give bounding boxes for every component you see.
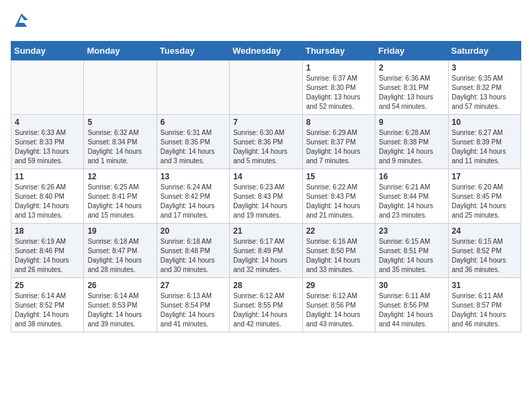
day-number: 31 (452, 281, 517, 290)
day-number: 10 (452, 118, 517, 127)
calendar-cell: 3Sunrise: 6:35 AM Sunset: 8:32 PM Daylig… (448, 60, 521, 115)
day-info: Sunrise: 6:26 AM Sunset: 8:40 PM Dayligh… (15, 183, 80, 220)
day-number: 7 (233, 118, 298, 127)
day-info: Sunrise: 6:19 AM Sunset: 8:46 PM Dayligh… (15, 237, 80, 275)
day-number: 19 (87, 226, 152, 236)
day-info: Sunrise: 6:18 AM Sunset: 8:48 PM Dayligh… (161, 237, 226, 275)
col-header-friday: Friday (375, 42, 448, 60)
calendar-cell (11, 60, 84, 115)
day-number: 5 (87, 118, 152, 127)
logo-icon (12, 11, 31, 30)
calendar-cell (157, 60, 229, 115)
day-number: 4 (15, 118, 80, 127)
day-number: 24 (452, 226, 517, 236)
day-number: 29 (306, 281, 371, 290)
calendar-cell: 23Sunrise: 6:15 AM Sunset: 8:51 PM Dayli… (375, 224, 448, 278)
calendar-cell: 15Sunrise: 6:22 AM Sunset: 8:43 PM Dayli… (302, 169, 375, 224)
calendar-cell: 31Sunrise: 6:11 AM Sunset: 8:57 PM Dayli… (448, 278, 521, 332)
day-info: Sunrise: 6:27 AM Sunset: 8:39 PM Dayligh… (452, 128, 517, 166)
calendar-table: SundayMondayTuesdayWednesdayThursdayFrid… (11, 41, 521, 332)
day-number: 8 (306, 118, 371, 127)
day-info: Sunrise: 6:36 AM Sunset: 8:31 PM Dayligh… (379, 74, 444, 111)
day-info: Sunrise: 6:14 AM Sunset: 8:52 PM Dayligh… (15, 291, 80, 329)
calendar-cell: 29Sunrise: 6:12 AM Sunset: 8:56 PM Dayli… (302, 278, 375, 332)
calendar-week-row: 4Sunrise: 6:33 AM Sunset: 8:33 PM Daylig… (11, 115, 521, 169)
day-number: 20 (161, 226, 226, 236)
day-number: 1 (306, 63, 371, 73)
day-number: 28 (233, 281, 298, 290)
day-number: 25 (15, 281, 80, 290)
day-info: Sunrise: 6:15 AM Sunset: 8:52 PM Dayligh… (452, 237, 517, 275)
calendar-week-row: 11Sunrise: 6:26 AM Sunset: 8:40 PM Dayli… (11, 169, 521, 224)
calendar-week-row: 1Sunrise: 6:37 AM Sunset: 8:30 PM Daylig… (11, 60, 521, 115)
calendar-cell: 28Sunrise: 6:12 AM Sunset: 8:55 PM Dayli… (230, 278, 302, 332)
calendar-cell: 21Sunrise: 6:17 AM Sunset: 8:49 PM Dayli… (230, 224, 302, 278)
day-number: 12 (87, 172, 152, 181)
day-info: Sunrise: 6:15 AM Sunset: 8:51 PM Dayligh… (379, 237, 444, 275)
calendar-cell: 5Sunrise: 6:32 AM Sunset: 8:34 PM Daylig… (84, 115, 157, 169)
calendar-cell: 27Sunrise: 6:13 AM Sunset: 8:54 PM Dayli… (157, 278, 229, 332)
day-info: Sunrise: 6:16 AM Sunset: 8:50 PM Dayligh… (306, 237, 371, 275)
day-info: Sunrise: 6:25 AM Sunset: 8:41 PM Dayligh… (87, 183, 152, 220)
day-info: Sunrise: 6:14 AM Sunset: 8:53 PM Dayligh… (87, 291, 152, 329)
day-number: 13 (161, 172, 226, 181)
day-info: Sunrise: 6:29 AM Sunset: 8:37 PM Dayligh… (306, 128, 371, 166)
day-number: 3 (452, 63, 517, 73)
day-info: Sunrise: 6:33 AM Sunset: 8:33 PM Dayligh… (15, 128, 80, 166)
day-info: Sunrise: 6:13 AM Sunset: 8:54 PM Dayligh… (161, 291, 226, 329)
day-number: 17 (452, 172, 517, 181)
day-info: Sunrise: 6:22 AM Sunset: 8:43 PM Dayligh… (306, 183, 371, 220)
calendar-cell: 2Sunrise: 6:36 AM Sunset: 8:31 PM Daylig… (375, 60, 448, 115)
day-info: Sunrise: 6:12 AM Sunset: 8:55 PM Dayligh… (233, 291, 298, 329)
calendar-cell: 19Sunrise: 6:18 AM Sunset: 8:47 PM Dayli… (84, 224, 157, 278)
day-info: Sunrise: 6:24 AM Sunset: 8:42 PM Dayligh… (161, 183, 226, 220)
day-number: 14 (233, 172, 298, 181)
day-number: 18 (15, 226, 80, 236)
day-number: 2 (379, 63, 444, 73)
calendar-cell: 18Sunrise: 6:19 AM Sunset: 8:46 PM Dayli… (11, 224, 84, 278)
calendar-week-row: 25Sunrise: 6:14 AM Sunset: 8:52 PM Dayli… (11, 278, 521, 332)
day-info: Sunrise: 6:23 AM Sunset: 8:43 PM Dayligh… (233, 183, 298, 220)
day-number: 30 (379, 281, 444, 290)
calendar-cell: 1Sunrise: 6:37 AM Sunset: 8:30 PM Daylig… (302, 60, 375, 115)
page-header (11, 11, 521, 33)
day-info: Sunrise: 6:20 AM Sunset: 8:45 PM Dayligh… (452, 183, 517, 220)
calendar-cell: 17Sunrise: 6:20 AM Sunset: 8:45 PM Dayli… (448, 169, 521, 224)
day-info: Sunrise: 6:32 AM Sunset: 8:34 PM Dayligh… (87, 128, 152, 166)
day-info: Sunrise: 6:21 AM Sunset: 8:44 PM Dayligh… (379, 183, 444, 220)
col-header-sunday: Sunday (11, 42, 84, 60)
calendar-cell: 12Sunrise: 6:25 AM Sunset: 8:41 PM Dayli… (84, 169, 157, 224)
calendar-cell (230, 60, 302, 115)
calendar-cell: 30Sunrise: 6:11 AM Sunset: 8:56 PM Dayli… (375, 278, 448, 332)
calendar-cell: 10Sunrise: 6:27 AM Sunset: 8:39 PM Dayli… (448, 115, 521, 169)
day-info: Sunrise: 6:12 AM Sunset: 8:56 PM Dayligh… (306, 291, 371, 329)
day-number: 26 (87, 281, 152, 290)
calendar-cell: 9Sunrise: 6:28 AM Sunset: 8:38 PM Daylig… (375, 115, 448, 169)
calendar-header-row: SundayMondayTuesdayWednesdayThursdayFrid… (11, 42, 521, 60)
day-number: 11 (15, 172, 80, 181)
calendar-cell: 26Sunrise: 6:14 AM Sunset: 8:53 PM Dayli… (84, 278, 157, 332)
day-info: Sunrise: 6:18 AM Sunset: 8:47 PM Dayligh… (87, 237, 152, 275)
day-info: Sunrise: 6:35 AM Sunset: 8:32 PM Dayligh… (452, 74, 517, 111)
svg-marker-0 (15, 13, 28, 27)
day-info: Sunrise: 6:17 AM Sunset: 8:49 PM Dayligh… (233, 237, 298, 275)
calendar-cell: 25Sunrise: 6:14 AM Sunset: 8:52 PM Dayli… (11, 278, 84, 332)
logo (11, 11, 31, 33)
calendar-cell: 13Sunrise: 6:24 AM Sunset: 8:42 PM Dayli… (157, 169, 229, 224)
day-number: 9 (379, 118, 444, 127)
calendar-cell (84, 60, 157, 115)
calendar-cell: 20Sunrise: 6:18 AM Sunset: 8:48 PM Dayli… (157, 224, 229, 278)
calendar-cell: 16Sunrise: 6:21 AM Sunset: 8:44 PM Dayli… (375, 169, 448, 224)
day-number: 6 (161, 118, 226, 127)
day-number: 22 (306, 226, 371, 236)
col-header-monday: Monday (84, 42, 157, 60)
day-number: 27 (161, 281, 226, 290)
day-info: Sunrise: 6:28 AM Sunset: 8:38 PM Dayligh… (379, 128, 444, 166)
day-number: 21 (233, 226, 298, 236)
col-header-wednesday: Wednesday (230, 42, 302, 60)
calendar-cell: 11Sunrise: 6:26 AM Sunset: 8:40 PM Dayli… (11, 169, 84, 224)
day-info: Sunrise: 6:30 AM Sunset: 8:36 PM Dayligh… (233, 128, 298, 166)
day-info: Sunrise: 6:11 AM Sunset: 8:56 PM Dayligh… (379, 291, 444, 329)
day-number: 15 (306, 172, 371, 181)
calendar-cell: 14Sunrise: 6:23 AM Sunset: 8:43 PM Dayli… (230, 169, 302, 224)
